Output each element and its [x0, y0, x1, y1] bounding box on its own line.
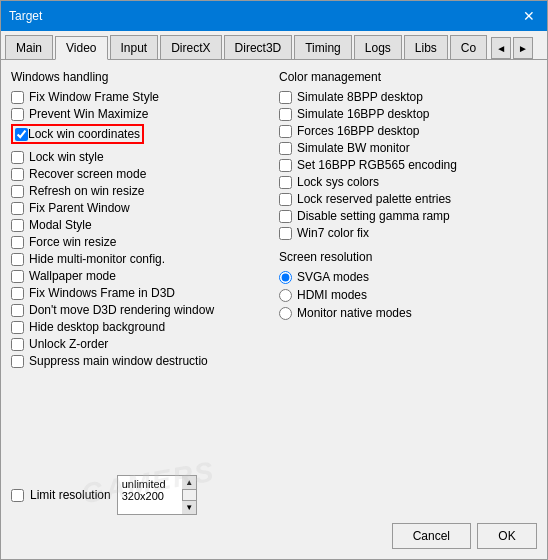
cb-lock-win-style-label[interactable]: Lock win style: [29, 150, 104, 164]
radio-monitor-native: Monitor native modes: [279, 306, 537, 320]
cb-win7-color-fix: Win7 color fix: [279, 226, 537, 240]
cb-suppress-main-window-input[interactable]: [11, 355, 24, 368]
cb-unlock-z-order: Unlock Z-order: [11, 337, 269, 351]
radio-svga-input[interactable]: [279, 271, 292, 284]
tab-nav-next[interactable]: ►: [513, 37, 533, 59]
cb-prevent-win-max-input[interactable]: [11, 108, 24, 121]
cb-win7-color-fix-input[interactable]: [279, 227, 292, 240]
radio-hdmi-input[interactable]: [279, 289, 292, 302]
content-area: Windows handling Fix Window Frame Style …: [1, 60, 547, 469]
tab-libs[interactable]: Libs: [404, 35, 448, 59]
resolution-dropdown-box[interactable]: unlimited 320x200 ▲ ▼: [117, 475, 197, 515]
cb-hide-desktop-bg-input[interactable]: [11, 321, 24, 334]
cb-lock-sys-colors-input[interactable]: [279, 176, 292, 189]
cb-fix-window-frame-input[interactable]: [11, 91, 24, 104]
cb-dont-move-d3d-label[interactable]: Don't move D3D rendering window: [29, 303, 214, 317]
radio-svga: SVGA modes: [279, 270, 537, 284]
cb-lock-win-coords-label[interactable]: Lock win coordinates: [28, 127, 140, 141]
cb-sim-16bpp-input[interactable]: [279, 108, 292, 121]
main-window: Target ✕ Main Video Input DirectX Direct…: [0, 0, 548, 560]
scroll-up-button[interactable]: ▲: [182, 476, 196, 490]
cb-dont-move-d3d: Don't move D3D rendering window: [11, 303, 269, 317]
content-wrapper: Windows handling Fix Window Frame Style …: [1, 60, 547, 559]
cb-fix-win-frame-d3d-input[interactable]: [11, 287, 24, 300]
cb-recover-screen-input[interactable]: [11, 168, 24, 181]
cb-disable-gamma-input[interactable]: [279, 210, 292, 223]
tab-co[interactable]: Co: [450, 35, 487, 59]
cb-recover-screen-label[interactable]: Recover screen mode: [29, 167, 146, 181]
cb-lock-reserved-palette: Lock reserved palette entries: [279, 192, 537, 206]
cb-disable-gamma-label[interactable]: Disable setting gamma ramp: [297, 209, 450, 223]
tab-directx[interactable]: DirectX: [160, 35, 221, 59]
radio-hdmi-label[interactable]: HDMI modes: [297, 288, 367, 302]
cb-modal-style-label[interactable]: Modal Style: [29, 218, 92, 232]
cb-sim-16bpp-label[interactable]: Simulate 16BPP desktop: [297, 107, 430, 121]
cb-hide-desktop-bg-label[interactable]: Hide desktop background: [29, 320, 165, 334]
cb-force-win-resize-input[interactable]: [11, 236, 24, 249]
lock-coords-highlighted: Lock win coordinates: [11, 124, 144, 144]
cancel-button[interactable]: Cancel: [392, 523, 471, 549]
cb-sim-8bpp-input[interactable]: [279, 91, 292, 104]
cb-unlock-z-order-label[interactable]: Unlock Z-order: [29, 337, 108, 351]
cb-prevent-win-max-label[interactable]: Prevent Win Maximize: [29, 107, 148, 121]
cb-sim-bw-label[interactable]: Simulate BW monitor: [297, 141, 410, 155]
cb-lock-reserved-palette-input[interactable]: [279, 193, 292, 206]
tab-timing[interactable]: Timing: [294, 35, 352, 59]
cb-fix-window-frame-label[interactable]: Fix Window Frame Style: [29, 90, 159, 104]
window-title: Target: [9, 9, 42, 23]
cb-force-win-resize-label[interactable]: Force win resize: [29, 235, 116, 249]
radio-monitor-native-input[interactable]: [279, 307, 292, 320]
scroll-down-button[interactable]: ▼: [182, 500, 196, 514]
tab-logs[interactable]: Logs: [354, 35, 402, 59]
cb-refresh-win-resize-label[interactable]: Refresh on win resize: [29, 184, 144, 198]
cb-sim-bw-input[interactable]: [279, 142, 292, 155]
limit-resolution-checkbox[interactable]: [11, 489, 24, 502]
cb-lock-reserved-palette-label[interactable]: Lock reserved palette entries: [297, 192, 451, 206]
tab-video[interactable]: Video: [55, 36, 107, 60]
cb-refresh-win-resize: Refresh on win resize: [11, 184, 269, 198]
ok-button[interactable]: OK: [477, 523, 537, 549]
cb-fix-parent-window: Fix Parent Window: [11, 201, 269, 215]
cb-wallpaper-mode-label[interactable]: Wallpaper mode: [29, 269, 116, 283]
radio-svga-label[interactable]: SVGA modes: [297, 270, 369, 284]
cb-dont-move-d3d-input[interactable]: [11, 304, 24, 317]
cb-suppress-main-window-label[interactable]: Suppress main window destructio: [29, 354, 208, 368]
tab-bar: Main Video Input DirectX Direct3D Timing…: [1, 31, 547, 60]
cb-sim-8bpp-label[interactable]: Simulate 8BPP desktop: [297, 90, 423, 104]
cb-unlock-z-order-input[interactable]: [11, 338, 24, 351]
cb-fix-parent-window-label[interactable]: Fix Parent Window: [29, 201, 130, 215]
cb-fix-win-frame-d3d-label[interactable]: Fix Windows Frame in D3D: [29, 286, 175, 300]
left-column: Windows handling Fix Window Frame Style …: [11, 70, 269, 459]
cb-lock-sys-colors: Lock sys colors: [279, 175, 537, 189]
limit-row: Limit resolution unlimited 320x200 ▲ ▼: [11, 475, 537, 515]
cb-hide-multi-monitor-input[interactable]: [11, 253, 24, 266]
cb-refresh-win-resize-input[interactable]: [11, 185, 24, 198]
tab-direct3d[interactable]: Direct3D: [224, 35, 293, 59]
cb-set-16bpp-rgb-label[interactable]: Set 16BPP RGB565 encoding: [297, 158, 457, 172]
cb-wallpaper-mode-input[interactable]: [11, 270, 24, 283]
cb-modal-style-input[interactable]: [11, 219, 24, 232]
close-button[interactable]: ✕: [519, 6, 539, 26]
tab-main[interactable]: Main: [5, 35, 53, 59]
radio-hdmi: HDMI modes: [279, 288, 537, 302]
cb-fix-win-frame-d3d: Fix Windows Frame in D3D: [11, 286, 269, 300]
cb-fix-parent-window-input[interactable]: [11, 202, 24, 215]
screen-resolution-group: Screen resolution SVGA modes HDMI modes: [279, 250, 537, 320]
cb-lock-win-style-input[interactable]: [11, 151, 24, 164]
cb-hide-multi-monitor-label[interactable]: Hide multi-monitor config.: [29, 252, 165, 266]
cb-recover-screen: Recover screen mode: [11, 167, 269, 181]
limit-resolution-label[interactable]: Limit resolution: [30, 488, 111, 502]
cb-lock-sys-colors-label[interactable]: Lock sys colors: [297, 175, 379, 189]
cb-force-win-resize: Force win resize: [11, 235, 269, 249]
cb-set-16bpp-rgb-input[interactable]: [279, 159, 292, 172]
tab-nav-prev[interactable]: ◄: [491, 37, 511, 59]
cb-win7-color-fix-label[interactable]: Win7 color fix: [297, 226, 369, 240]
tab-input[interactable]: Input: [110, 35, 159, 59]
cb-sim-16bpp: Simulate 16BPP desktop: [279, 107, 537, 121]
cb-forces-16bpp-label[interactable]: Forces 16BPP desktop: [297, 124, 420, 138]
cb-forces-16bpp-input[interactable]: [279, 125, 292, 138]
cb-lock-win-coords-input[interactable]: [15, 128, 28, 141]
windows-handling-label: Windows handling: [11, 70, 269, 84]
radio-monitor-native-label[interactable]: Monitor native modes: [297, 306, 412, 320]
buttons-row: Cancel OK: [11, 523, 537, 549]
